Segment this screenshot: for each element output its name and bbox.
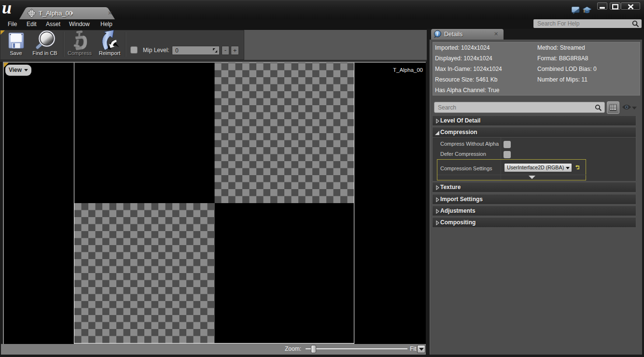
svg-text:i: i xyxy=(437,31,438,37)
svg-text:u: u xyxy=(2,0,12,17)
